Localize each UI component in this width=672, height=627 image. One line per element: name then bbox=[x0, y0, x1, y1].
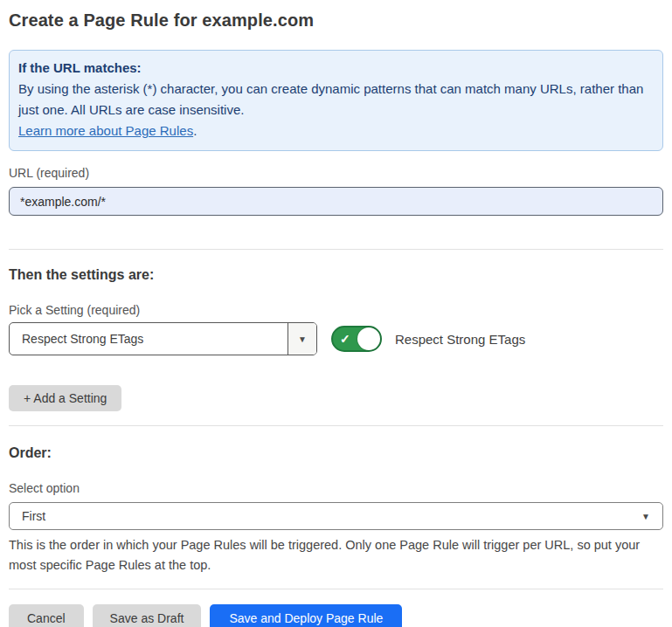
setting-select[interactable]: Respect Strong ETags ▼ bbox=[9, 322, 317, 355]
pick-setting-label: Pick a Setting (required) bbox=[9, 303, 663, 317]
save-and-deploy-button[interactable]: Save and Deploy Page Rule bbox=[210, 604, 402, 627]
toggle-knob bbox=[357, 327, 380, 350]
setting-select-value: Respect Strong ETags bbox=[10, 323, 288, 355]
info-box-heading: If the URL matches: bbox=[18, 58, 650, 79]
order-select-label: Select option bbox=[9, 481, 663, 495]
info-box-body: By using the asterisk (*) character, you… bbox=[18, 79, 650, 121]
toggle-label: Respect Strong ETags bbox=[395, 332, 525, 347]
chevron-down-icon: ▼ bbox=[298, 334, 307, 344]
setting-row: Respect Strong ETags ▼ ✓ Respect Strong … bbox=[9, 322, 663, 355]
add-setting-button[interactable]: + Add a Setting bbox=[9, 385, 121, 411]
page-title: Create a Page Rule for example.com bbox=[9, 10, 663, 31]
save-as-draft-button[interactable]: Save as Draft bbox=[93, 604, 202, 627]
url-input[interactable] bbox=[9, 187, 663, 216]
divider bbox=[9, 249, 663, 250]
check-icon: ✓ bbox=[340, 333, 350, 345]
cancel-button[interactable]: Cancel bbox=[9, 604, 84, 627]
setting-toggle[interactable]: ✓ bbox=[331, 326, 382, 352]
url-match-info-box: If the URL matches: By using the asteris… bbox=[9, 50, 663, 151]
divider bbox=[9, 425, 663, 426]
setting-select-arrow-button[interactable]: ▼ bbox=[288, 323, 316, 355]
footer-buttons: Cancel Save as Draft Save and Deploy Pag… bbox=[9, 604, 663, 627]
link-suffix: . bbox=[193, 123, 197, 138]
learn-more-link[interactable]: Learn more about Page Rules bbox=[18, 123, 193, 138]
chevron-down-icon: ▼ bbox=[641, 512, 650, 521]
order-select-value: First bbox=[22, 509, 45, 523]
create-page-rule-form: Create a Page Rule for example.com If th… bbox=[0, 0, 672, 627]
url-field-label: URL (required) bbox=[9, 166, 663, 180]
order-section-heading: Order: bbox=[9, 445, 663, 461]
divider bbox=[9, 589, 663, 589]
order-help-text: This is the order in which your Page Rul… bbox=[9, 535, 663, 575]
info-box-link-line: Learn more about Page Rules. bbox=[18, 121, 650, 141]
settings-section-heading: Then the settings are: bbox=[9, 267, 663, 283]
order-select[interactable]: First ▼ bbox=[9, 502, 663, 530]
